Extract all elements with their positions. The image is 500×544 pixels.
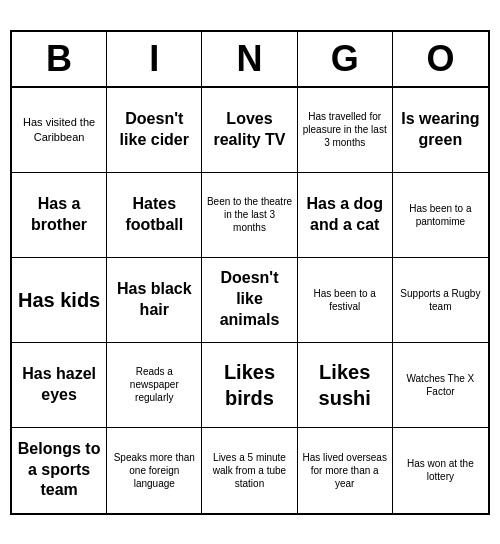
bingo-cell-13: Has been to a festival <box>298 258 393 343</box>
bingo-cell-21: Speaks more than one foreign language <box>107 428 202 513</box>
bingo-cell-1: Doesn't like cider <box>107 88 202 173</box>
bingo-letter-n: N <box>202 32 297 86</box>
bingo-cell-8: Has a dog and a cat <box>298 173 393 258</box>
bingo-cell-12: Doesn't like animals <box>202 258 297 343</box>
bingo-cell-24: Has won at the lottery <box>393 428 488 513</box>
bingo-cell-9: Has been to a pantomime <box>393 173 488 258</box>
bingo-cell-4: Is wearing green <box>393 88 488 173</box>
bingo-cell-7: Been to the theatre in the last 3 months <box>202 173 297 258</box>
bingo-cell-20: Belongs to a sports team <box>12 428 107 513</box>
bingo-letter-o: O <box>393 32 488 86</box>
bingo-letter-g: G <box>298 32 393 86</box>
bingo-cell-3: Has travelled for pleasure in the last 3… <box>298 88 393 173</box>
bingo-cell-6: Hates football <box>107 173 202 258</box>
bingo-cell-14: Supports a Rugby team <box>393 258 488 343</box>
bingo-cell-15: Has hazel eyes <box>12 343 107 428</box>
bingo-cell-5: Has a brother <box>12 173 107 258</box>
bingo-cell-2: Loves reality TV <box>202 88 297 173</box>
bingo-cell-18: Likes sushi <box>298 343 393 428</box>
bingo-header: BINGO <box>12 32 488 88</box>
bingo-letter-i: I <box>107 32 202 86</box>
bingo-grid: Has visited the CaribbeanDoesn't like ci… <box>12 88 488 513</box>
bingo-cell-23: Has lived overseas for more than a year <box>298 428 393 513</box>
bingo-cell-17: Likes birds <box>202 343 297 428</box>
bingo-cell-0: Has visited the Caribbean <box>12 88 107 173</box>
bingo-card: BINGO Has visited the CaribbeanDoesn't l… <box>10 30 490 515</box>
bingo-cell-19: Watches The X Factor <box>393 343 488 428</box>
bingo-cell-16: Reads a newspaper regularly <box>107 343 202 428</box>
bingo-letter-b: B <box>12 32 107 86</box>
bingo-cell-10: Has kids <box>12 258 107 343</box>
bingo-cell-11: Has black hair <box>107 258 202 343</box>
bingo-cell-22: Lives a 5 minute walk from a tube statio… <box>202 428 297 513</box>
